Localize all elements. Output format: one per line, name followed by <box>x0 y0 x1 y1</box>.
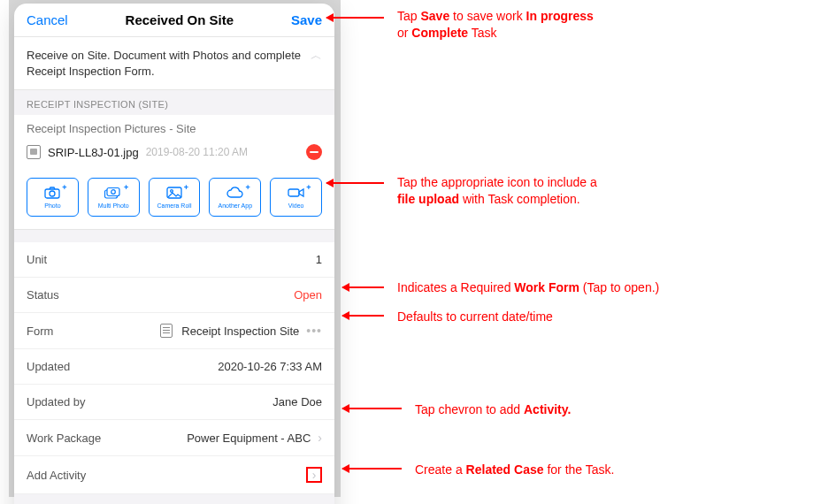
arrow-upload <box>326 182 384 184</box>
description-text: Receive on Site. Document with Photos an… <box>27 48 311 79</box>
video-icon: + <box>288 187 305 202</box>
work-package-value: Power Equipment - ABC <box>187 431 311 445</box>
row-add-activity[interactable]: Add Activity › <box>14 456 334 494</box>
multi-camera-icon: + <box>104 187 122 202</box>
upload-cameraroll-label: Camera Roll <box>157 202 192 209</box>
chevron-up-icon[interactable]: ︿ <box>311 48 322 64</box>
arrow-updated <box>342 315 384 317</box>
svg-rect-3 <box>107 187 119 195</box>
annotation-save: Tap Save to save work In progress or Com… <box>397 8 594 42</box>
chevron-right-icon[interactable]: › <box>318 431 322 445</box>
description-row: Receive on Site. Document with Photos an… <box>14 37 334 90</box>
row-status: Status Open <box>14 278 334 313</box>
annotation-activity: Tap chevron to add Activity. <box>415 401 571 418</box>
modal-received-on-site: Cancel Received On Site Save Receive on … <box>14 4 334 504</box>
status-label: Status <box>27 288 59 302</box>
updated-label: Updated <box>27 360 70 373</box>
annotation-upload: Tap the appropriate icon to include a fi… <box>397 174 597 208</box>
upload-anotherapp-button[interactable]: + Another App <box>209 178 261 217</box>
cancel-button[interactable]: Cancel <box>27 12 68 27</box>
picture-icon: + <box>166 187 182 202</box>
annotation-form: Indicates a Required Work Form (Tap to o… <box>397 279 659 296</box>
row-updated: Updated 2020-10-26 7:33 AM <box>14 349 334 385</box>
add-activity-label: Add Activity <box>27 469 86 482</box>
pictures-title: Receipt Inspection Pictures - Site <box>14 115 334 139</box>
highlighted-chevron: › <box>306 467 322 483</box>
svg-rect-7 <box>288 189 299 196</box>
updated-by-label: Updated by <box>27 395 86 409</box>
divider <box>14 230 334 242</box>
modal-header: Cancel Received On Site Save <box>14 4 334 37</box>
row-unit: Unit 1 <box>14 242 334 278</box>
ellipsis-icon[interactable]: ••• <box>306 324 322 338</box>
row-work-package[interactable]: Work Package Power Equipment - ABC › <box>14 420 334 456</box>
file-date: 2019-08-20 11:20 AM <box>146 146 248 158</box>
form-value: Receipt Inspection Site <box>181 325 299 338</box>
upload-cameraroll-button[interactable]: + Camera Roll <box>149 178 201 217</box>
upload-video-button[interactable]: + Video <box>270 178 322 217</box>
upload-multiphoto-label: Multi Photo <box>98 202 129 209</box>
form-icon <box>160 324 173 338</box>
row-form[interactable]: Form Receipt Inspection Site ••• <box>14 313 334 349</box>
add-activity-chevron-wrap: › <box>306 467 322 483</box>
updated-by-value: Jane Doe <box>272 395 322 409</box>
section-related-cases: Related Cases <box>14 494 334 504</box>
status-value: Open <box>294 288 322 302</box>
upload-photo-label: Photo <box>44 202 60 209</box>
file-row: SRIP-LL8J-01.jpg 2019-08-20 11:20 AM <box>14 139 334 169</box>
work-package-label: Work Package <box>27 431 101 445</box>
image-file-icon <box>27 145 41 159</box>
row-updated-by: Updated by Jane Doe <box>14 385 334 420</box>
upload-buttons-row: + Photo + Multi Photo + Camera Roll + An… <box>14 169 334 230</box>
form-value-wrap: Receipt Inspection Site ••• <box>160 324 322 338</box>
upload-photo-button[interactable]: + Photo <box>27 178 79 217</box>
annotation-updated: Defaults to current date/time <box>397 309 553 325</box>
arrow-save <box>326 17 384 19</box>
save-button[interactable]: Save <box>291 12 322 27</box>
upload-multiphoto-button[interactable]: + Multi Photo <box>88 178 140 217</box>
modal-title: Received On Site <box>126 12 234 27</box>
svg-point-6 <box>171 189 173 192</box>
file-name[interactable]: SRIP-LL8J-01.jpg <box>48 146 139 159</box>
svg-point-1 <box>50 191 55 196</box>
work-package-value-wrap: Power Equipment - ABC › <box>187 431 322 445</box>
upload-anotherapp-label: Another App <box>219 202 253 209</box>
cloud-icon: + <box>226 187 244 202</box>
details-group: Unit 1 Status Open Form Receipt Inspecti… <box>14 242 334 494</box>
arrow-activity <box>342 408 402 409</box>
unit-value: 1 <box>316 253 322 266</box>
arrow-form <box>342 286 384 288</box>
form-label: Form <box>27 325 53 338</box>
chevron-right-icon[interactable]: › <box>312 468 317 482</box>
updated-value: 2020-10-26 7:33 AM <box>218 360 322 373</box>
unit-label: Unit <box>27 253 47 266</box>
annotation-case: Create a Related Case for the Task. <box>415 462 614 478</box>
remove-file-button[interactable] <box>306 144 322 160</box>
camera-icon: + <box>44 187 60 202</box>
section-receipt-inspection: Receipt Inspection (Site) <box>14 90 334 115</box>
upload-video-label: Video <box>288 202 304 209</box>
arrow-case <box>342 468 402 470</box>
